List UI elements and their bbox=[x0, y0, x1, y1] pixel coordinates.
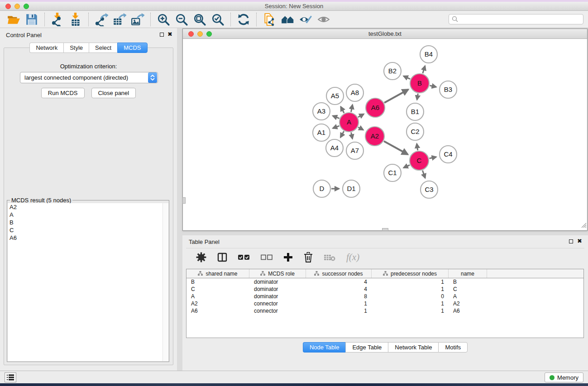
table-row-A6[interactable]: A6connector11A6 bbox=[186, 307, 583, 315]
network-view-window[interactable]: testGlobe.txt B4B2BB3A8A5A6A3B1AC2A1A2A4… bbox=[182, 29, 588, 231]
search-box bbox=[449, 14, 583, 24]
graph-node-label: C bbox=[417, 157, 422, 164]
graph-edge-B-B2[interactable] bbox=[404, 76, 410, 79]
graph-edge-B-B3[interactable] bbox=[430, 86, 436, 87]
table-cell: 0 bbox=[372, 293, 449, 300]
table-cell: A2 bbox=[449, 300, 487, 307]
graph-node-label: A8 bbox=[351, 89, 359, 96]
network-window-titlebar[interactable]: testGlobe.txt bbox=[183, 29, 587, 39]
toolbar-separator bbox=[256, 13, 257, 26]
graph-edge-A-A2[interactable] bbox=[358, 127, 363, 130]
checkboxes-checked-icon[interactable] bbox=[238, 254, 250, 261]
graph-edge-A-A6[interactable] bbox=[358, 114, 363, 117]
table-row-A[interactable]: Adominator80A bbox=[186, 293, 583, 300]
table-row-B[interactable]: Bdominator41B bbox=[186, 278, 583, 286]
column-header-MCDS-role[interactable]: MCDS role bbox=[249, 269, 306, 278]
save-icon[interactable] bbox=[23, 12, 41, 27]
import-network-icon[interactable] bbox=[48, 12, 67, 27]
table-float-panel-icon[interactable] bbox=[569, 239, 573, 243]
graph-edge-A6-B[interactable] bbox=[384, 90, 408, 103]
graph-edge-A-A7[interactable] bbox=[351, 133, 353, 139]
tab-style[interactable]: Style bbox=[63, 43, 89, 53]
criterion-dropdown[interactable]: largest connected component (directed) bbox=[20, 72, 158, 83]
column-header-name[interactable]: name bbox=[449, 269, 487, 278]
eye-pen-icon[interactable] bbox=[296, 12, 315, 27]
result-list-item[interactable]: A bbox=[8, 211, 168, 219]
zoom-fit-icon[interactable] bbox=[191, 12, 209, 27]
zoom-selected-icon[interactable] bbox=[209, 12, 227, 27]
network-vertical-scroll-thumb[interactable] bbox=[182, 197, 186, 204]
main-titlebar[interactable]: Session: New Session bbox=[0, 2, 588, 11]
tab-network-table[interactable]: Network Table bbox=[388, 342, 438, 353]
zoom-in-icon[interactable] bbox=[154, 12, 172, 27]
graph-edge-C-C2[interactable] bbox=[417, 144, 418, 150]
control-panel: Control Panel ✖ NetworkStyleSelectMCDS O… bbox=[0, 28, 177, 371]
table-cell: 1 bbox=[372, 279, 449, 285]
open-file-icon[interactable] bbox=[5, 12, 23, 27]
graph-edge-B-B1[interactable] bbox=[417, 94, 418, 100]
graph-edge-C-C4[interactable] bbox=[429, 157, 436, 158]
tab-mcds[interactable]: MCDS bbox=[117, 43, 147, 53]
graph-edge-C-C3[interactable] bbox=[422, 171, 425, 178]
eye-icon[interactable] bbox=[315, 12, 333, 27]
graph-node-label: A bbox=[347, 118, 351, 126]
duplicate-network-icon[interactable] bbox=[260, 12, 278, 27]
tab-edge-table[interactable]: Edge Table bbox=[345, 342, 388, 353]
sort-tree-icon bbox=[383, 271, 388, 277]
column-layout-icon[interactable] bbox=[217, 253, 227, 262]
gear-icon[interactable] bbox=[196, 252, 206, 262]
control-panel-title: Control Panel bbox=[6, 32, 42, 38]
export-network-icon[interactable] bbox=[92, 12, 110, 27]
memory-button[interactable]: Memory bbox=[545, 372, 583, 382]
export-table-icon[interactable] bbox=[110, 12, 129, 27]
tab-node-table[interactable]: Node Table bbox=[303, 342, 346, 353]
column-header-shared-name[interactable]: shared name bbox=[186, 269, 249, 278]
result-list-item[interactable]: B bbox=[8, 219, 168, 226]
graph-edge-A-A3[interactable] bbox=[333, 116, 339, 119]
result-scrollbar[interactable] bbox=[163, 203, 168, 361]
tab-network[interactable]: Network bbox=[29, 43, 63, 53]
homes-icon[interactable] bbox=[278, 12, 296, 27]
search-icon bbox=[452, 16, 459, 24]
resize-grip-icon[interactable] bbox=[580, 222, 587, 230]
table-panel-title: Table Panel bbox=[189, 238, 220, 245]
table-cell: A bbox=[449, 293, 487, 300]
result-list-item[interactable]: A6 bbox=[8, 234, 168, 242]
result-list-item[interactable]: C bbox=[8, 226, 168, 234]
search-input[interactable] bbox=[449, 14, 583, 24]
column-header-predecessor-nodes[interactable]: predecessor nodes bbox=[372, 269, 449, 278]
graph-edge-A-A4[interactable] bbox=[340, 131, 344, 137]
export-image-icon[interactable] bbox=[129, 12, 147, 27]
optimization-criterion-label: Optimization criterion: bbox=[4, 63, 173, 70]
zoom-out-icon[interactable] bbox=[172, 12, 191, 27]
float-panel-icon[interactable] bbox=[160, 33, 164, 37]
table-close-panel-icon[interactable]: ✖ bbox=[577, 238, 582, 244]
trash-icon[interactable] bbox=[304, 252, 313, 262]
task-history-button[interactable] bbox=[5, 372, 16, 382]
add-column-icon[interactable] bbox=[283, 253, 293, 262]
graph-node-label: A3 bbox=[317, 107, 325, 115]
column-header-successor-nodes[interactable]: successor nodes bbox=[306, 269, 372, 278]
table-cell: C bbox=[449, 286, 487, 292]
run-mcds-button[interactable]: Run MCDS bbox=[41, 88, 85, 98]
network-horizontal-scroll-thumb[interactable] bbox=[382, 228, 388, 231]
workspace-area: testGlobe.txt B4B2BB3A8A5A6A3B1AC2A1A2A4… bbox=[177, 28, 588, 371]
graph-edge-A-A8[interactable] bbox=[351, 105, 353, 112]
network-canvas[interactable]: B4B2BB3A8A5A6A3B1AC2A1A2A4A7C4CC1DD1C3 bbox=[183, 39, 587, 230]
memory-label: Memory bbox=[557, 374, 578, 381]
close-panel-icon[interactable]: ✖ bbox=[167, 31, 172, 38]
graph-edge-A-A5[interactable] bbox=[341, 107, 344, 113]
checkboxes-unchecked-icon[interactable] bbox=[261, 254, 272, 261]
table-row-C[interactable]: Cdominator41C bbox=[186, 286, 583, 293]
graph-edge-C-C1[interactable] bbox=[404, 165, 410, 168]
graph-edge-A2-C[interactable] bbox=[384, 141, 407, 154]
tab-select[interactable]: Select bbox=[89, 43, 117, 53]
graph-edge-B-B4[interactable] bbox=[423, 66, 425, 73]
table-row-A2[interactable]: A2connector11A2 bbox=[186, 300, 583, 307]
result-list-item[interactable]: A2 bbox=[8, 203, 168, 211]
import-table-icon[interactable] bbox=[67, 12, 85, 27]
close-panel-button[interactable]: Close panel bbox=[91, 88, 136, 98]
refresh-layout-icon[interactable] bbox=[234, 12, 253, 27]
graph-edge-A-A1[interactable] bbox=[333, 126, 339, 128]
tab-motifs[interactable]: Motifs bbox=[438, 342, 468, 353]
